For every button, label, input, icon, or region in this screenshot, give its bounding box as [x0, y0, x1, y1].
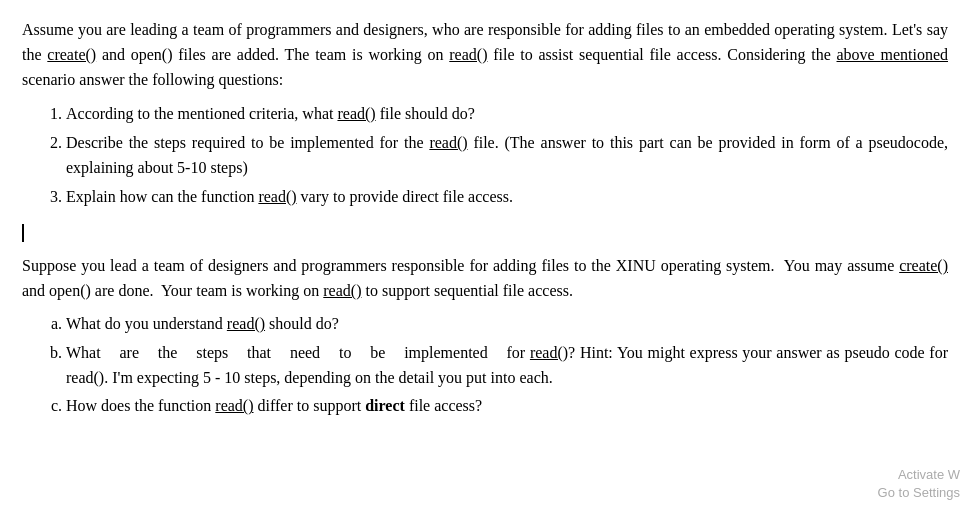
alpha-question-a: What do you understand read() should do?	[66, 312, 948, 337]
watermark-line1: Activate W	[898, 467, 960, 482]
direct-bold: direct	[365, 397, 405, 414]
ordered-questions-list: According to the mentioned criteria, wha…	[66, 102, 948, 209]
main-content: Assume you are leading a team of program…	[22, 18, 948, 419]
read-link-5: read()	[323, 282, 361, 299]
above-mentioned-link: above mentioned	[837, 46, 949, 63]
create-link: create()	[47, 46, 96, 63]
question-1: According to the mentioned criteria, wha…	[66, 102, 948, 127]
question-2: Describe the steps required to be implem…	[66, 131, 948, 181]
read-link-6: read()	[227, 315, 265, 332]
create-link-2: create()	[899, 257, 948, 274]
read-link-3: read()	[429, 134, 467, 151]
read-link-7: read()	[530, 344, 568, 361]
intro-paragraph: Assume you are leading a team of program…	[22, 18, 948, 92]
watermark-line2: Go to Settings	[878, 485, 960, 500]
read-link-2: read()	[337, 105, 375, 122]
read-link-8: read()	[215, 397, 253, 414]
second-paragraph: Suppose you lead a team of designers and…	[22, 254, 948, 304]
alpha-question-b: What are the steps that need to be imple…	[66, 341, 948, 391]
read-link-1: read()	[449, 46, 487, 63]
alpha-questions-list: What do you understand read() should do?…	[66, 312, 948, 419]
watermark: Activate W Go to Settings	[878, 466, 960, 502]
question-3: Explain how can the function read() vary…	[66, 185, 948, 210]
alpha-question-c: How does the function read() differ to s…	[66, 394, 948, 419]
cursor-container	[22, 220, 948, 245]
text-cursor	[22, 224, 24, 242]
read-link-4: read()	[258, 188, 296, 205]
